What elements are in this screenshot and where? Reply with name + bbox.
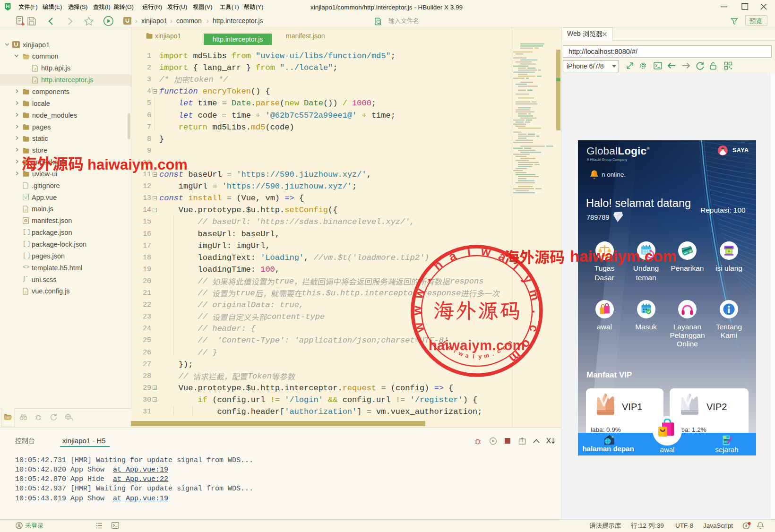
svg-text:J: J (25, 290, 26, 294)
svg-text:m: m (483, 352, 490, 360)
svg-text:y: y (478, 353, 482, 360)
svg-text:V: V (24, 195, 27, 200)
svg-text:J: J (34, 78, 36, 83)
svg-text:.: . (530, 310, 544, 314)
svg-text:J: J (34, 67, 36, 71)
svg-text:h: h (431, 257, 446, 273)
svg-text:haiwaiym.com: haiwaiym.com (429, 338, 525, 353)
svg-text:J: J (25, 207, 26, 212)
svg-text:a: a (465, 352, 470, 359)
svg-text:w: w (410, 305, 424, 316)
svg-text:i: i (473, 353, 474, 360)
